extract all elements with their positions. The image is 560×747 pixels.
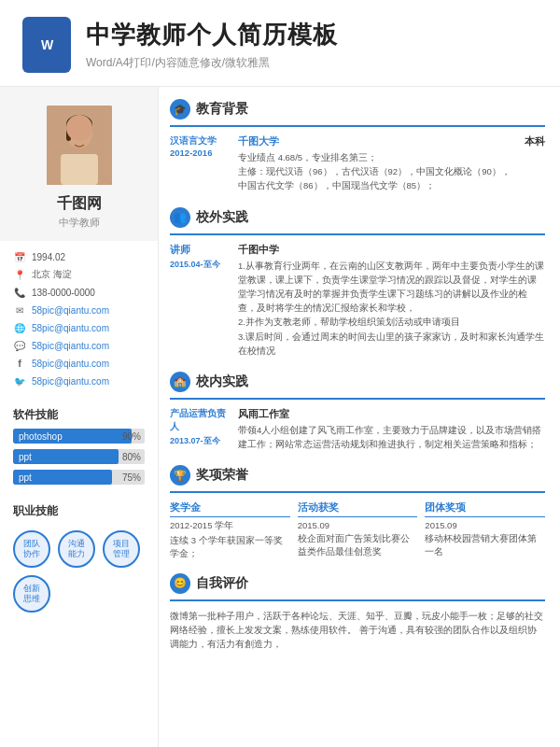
info-birthday: 📅 1994.02 bbox=[13, 250, 145, 263]
skill-ppt1-label: ppt bbox=[19, 452, 32, 462]
career-innovation: 创新思维 bbox=[13, 575, 50, 613]
self-eval-title: 自我评价 bbox=[196, 575, 248, 592]
skill-photoshop: photoshop 90% bbox=[13, 429, 145, 444]
birthday-icon: 📅 bbox=[13, 250, 26, 263]
education-date: 汉语言文学 2012-2016 bbox=[170, 134, 231, 193]
info-facebook: f 58pic@qiantu.com bbox=[13, 357, 145, 370]
career-title: 职业技能 bbox=[0, 498, 158, 523]
self-eval-section: 😊 自我评价 微博第一批种子用户，活跃于各种论坛、天涯、知乎、豆瓣，玩皮小能手一… bbox=[170, 571, 545, 652]
personal-info: 📅 1994.02 📍 北京 海淀 📞 138-0000-0000 ✉ 58pi… bbox=[0, 241, 158, 402]
education-entry-0: 汉语言文学 2012-2016 千图大学 本科 专业绩点 4.68/5，专业排名… bbox=[170, 134, 545, 193]
award-scholarship: 奖学金 2012-2015 学年 连续 3 个学年获国家一等奖学金； bbox=[170, 500, 290, 559]
award-team: 团体奖项 2015.09 移动杯校园营销大赛团体第一名 bbox=[425, 500, 545, 559]
info-email: ✉ 58pic@qiantu.com bbox=[13, 303, 145, 317]
main-area: 千图网 中学教师 📅 1994.02 📍 北京 海淀 📞 138-0000-00… bbox=[0, 87, 560, 747]
school-practice-section: 🏫 校内实践 产品运营负责人 2013.07-至今 风雨工作室 带领4人小组创建… bbox=[170, 369, 545, 451]
awards-header: 🏆 奖项荣誉 bbox=[170, 462, 545, 493]
skill-photoshop-pct: 90% bbox=[122, 431, 141, 442]
skills-area: photoshop 90% ppt 80% bbox=[0, 427, 158, 498]
awards-section: 🏆 奖项荣誉 奖学金 2012-2015 学年 连续 3 个学年获国家一等奖学金… bbox=[170, 462, 545, 559]
education-icon: 🎓 bbox=[170, 99, 190, 120]
person-name: 千图网 bbox=[57, 194, 102, 214]
extra-practice-section: 👥 校外实践 讲师 2015.04-至今 千图中学 1.从事教育行业两年，在云南… bbox=[170, 204, 545, 358]
education-title: 教育背景 bbox=[196, 101, 248, 118]
education-section: 🎓 教育背景 汉语言文学 2012-2016 千图大学 本科 专业 bbox=[170, 96, 545, 193]
avatar bbox=[47, 106, 112, 185]
resume-subtitle: Word/A4打印/内容随意修改/微软雅黑 bbox=[86, 55, 538, 71]
extra-practice-header: 👥 校外实践 bbox=[170, 204, 545, 235]
skill-ppt1: ppt 80% bbox=[13, 449, 145, 464]
extra-practice-entry-0: 讲师 2015.04-至今 千图中学 1.从事教育行业两年，在云南的山区支教两年… bbox=[170, 243, 545, 358]
school-practice-title: 校内实践 bbox=[196, 374, 248, 390]
school-practice-icon: 🏫 bbox=[170, 372, 190, 392]
career-project: 项目管理 bbox=[103, 530, 140, 568]
web-icon: 🌐 bbox=[13, 321, 26, 334]
svg-point-1 bbox=[66, 119, 92, 148]
avatar-area: 千图网 中学教师 bbox=[0, 87, 158, 241]
skills-title: 软件技能 bbox=[0, 402, 158, 427]
phone-icon: 📞 bbox=[13, 286, 26, 299]
career-area: 团队协作 沟通能力 项目管理 创新思维 bbox=[0, 523, 158, 618]
skill-ppt2: ppt 75% bbox=[13, 470, 145, 485]
skill-ppt2-label: ppt bbox=[19, 472, 32, 483]
svg-point-5 bbox=[73, 134, 77, 139]
skill-ppt2-pct: 75% bbox=[122, 472, 141, 483]
extra-practice-title: 校外实践 bbox=[196, 209, 248, 226]
svg-point-6 bbox=[82, 134, 86, 139]
self-eval-header: 😊 自我评价 bbox=[170, 571, 545, 601]
skill-photoshop-label: photoshop bbox=[19, 431, 63, 442]
extra-practice-icon: 👥 bbox=[170, 207, 190, 228]
word-icon: W bbox=[22, 17, 71, 73]
info-location: 📍 北京 海淀 bbox=[13, 268, 145, 281]
award-activity: 活动获奖 2015.09 校企面对面广告策划比赛公益类作品最佳创意奖 bbox=[298, 500, 418, 559]
svg-point-2 bbox=[66, 115, 92, 134]
page-container: W 中学教师个人简历模板 Word/A4打印/内容随意修改/微软雅黑 bbox=[0, 0, 560, 747]
self-eval-text: 微博第一批种子用户，活跃于各种论坛、天涯、知乎、豆瓣，玩皮小能手一枚；足够的社交… bbox=[170, 609, 545, 652]
person-role: 中学教师 bbox=[59, 216, 100, 230]
career-circles: 团队协作 沟通能力 项目管理 创新思维 bbox=[13, 530, 145, 613]
facebook-icon: f bbox=[13, 357, 26, 370]
info-web: 🌐 58pic@qiantu.com bbox=[13, 321, 145, 334]
svg-rect-4 bbox=[61, 154, 98, 185]
resume-title: 中学教师个人简历模板 bbox=[86, 19, 538, 51]
education-detail: 千图大学 本科 专业绩点 4.68/5，专业排名第三； 主修：现代汉语（96），… bbox=[238, 134, 545, 193]
twitter-icon: 🐦 bbox=[13, 374, 26, 388]
info-phone: 📞 138-0000-0000 bbox=[13, 286, 145, 299]
sidebar: 千图网 中学教师 📅 1994.02 📍 北京 海淀 📞 138-0000-00… bbox=[0, 87, 159, 747]
header-text: 中学教师个人简历模板 Word/A4打印/内容随意修改/微软雅黑 bbox=[86, 19, 538, 71]
wechat-icon: 💬 bbox=[13, 339, 26, 352]
right-content: 🎓 教育背景 汉语言文学 2012-2016 千图大学 本科 专业 bbox=[159, 87, 560, 747]
svg-rect-3 bbox=[66, 124, 71, 141]
email-icon: ✉ bbox=[13, 303, 26, 317]
awards-grid: 奖学金 2012-2015 学年 连续 3 个学年获国家一等奖学金； 活动获奖 … bbox=[170, 500, 545, 559]
awards-icon: 🏆 bbox=[170, 465, 190, 486]
career-teamwork: 团队协作 bbox=[13, 530, 50, 568]
awards-title: 奖项荣誉 bbox=[196, 467, 248, 484]
location-icon: 📍 bbox=[13, 268, 26, 281]
info-wechat: 💬 58pic@qiantu.com bbox=[13, 339, 145, 352]
school-practice-entry-0: 产品运营负责人 2013.07-至今 风雨工作室 带领4人小组创建了风飞雨工作室… bbox=[170, 407, 545, 451]
info-twitter: 🐦 58pic@qiantu.com bbox=[13, 374, 145, 388]
education-header: 🎓 教育背景 bbox=[170, 96, 545, 127]
career-communication: 沟通能力 bbox=[58, 530, 95, 568]
top-header: W 中学教师个人简历模板 Word/A4打印/内容随意修改/微软雅黑 bbox=[0, 0, 560, 87]
self-eval-icon: 😊 bbox=[170, 573, 190, 594]
skill-ppt1-pct: 80% bbox=[122, 452, 141, 462]
school-practice-header: 🏫 校内实践 bbox=[170, 369, 545, 400]
